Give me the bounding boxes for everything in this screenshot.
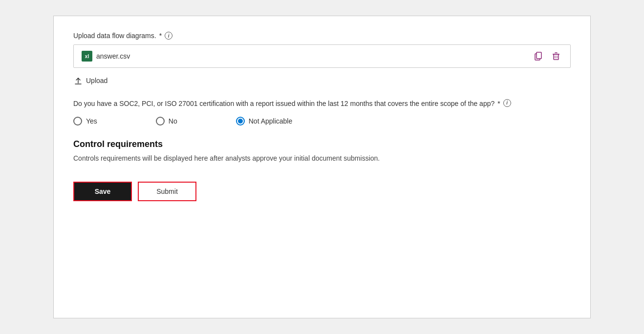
file-box: xl answer.csv — [73, 44, 571, 68]
control-requirements-title: Control requirements — [73, 139, 571, 149]
question-text: Do you have a SOC2, PCI, or ISO 27001 ce… — [73, 99, 494, 109]
upload-button[interactable]: Upload — [73, 74, 107, 87]
file-actions — [532, 51, 562, 62]
upload-arrow-icon — [73, 76, 83, 85]
upload-required-star: * — [159, 32, 162, 40]
question-info-icon[interactable]: i — [503, 99, 511, 107]
file-name-area: xl answer.csv — [82, 51, 130, 62]
radio-label-yes: Yes — [86, 117, 97, 125]
svg-rect-2 — [554, 54, 558, 60]
main-card: Upload data flow diagrams. * i xl answer… — [53, 16, 591, 318]
control-requirements-desc: Controls requirements will be displayed … — [73, 154, 571, 162]
upload-button-label: Upload — [86, 77, 107, 84]
page-container: Upload data flow diagrams. * i xl answer… — [0, 0, 644, 334]
control-requirements-section: Control requirements Controls requiremen… — [73, 139, 571, 162]
radio-label-not-applicable: Not Applicable — [249, 117, 293, 125]
radio-circle-yes — [73, 117, 82, 125]
svg-rect-1 — [537, 52, 541, 59]
file-name: answer.csv — [96, 52, 130, 60]
button-row: Save Submit — [73, 182, 571, 201]
delete-file-button[interactable] — [550, 51, 562, 62]
radio-option-not-applicable[interactable]: Not Applicable — [236, 117, 293, 125]
radio-circle-not-applicable — [236, 117, 245, 125]
radio-group: Yes No Not Applicable — [73, 117, 571, 125]
radio-label-no: No — [169, 117, 177, 125]
radio-option-yes[interactable]: Yes — [73, 117, 97, 125]
upload-label-text: Upload data flow diagrams. — [73, 32, 156, 40]
save-button[interactable]: Save — [73, 182, 132, 201]
upload-info-icon[interactable]: i — [165, 32, 172, 40]
upload-label-row: Upload data flow diagrams. * i — [73, 32, 571, 40]
submit-button[interactable]: Submit — [138, 182, 196, 201]
radio-option-no[interactable]: No — [156, 117, 177, 125]
copy-file-button[interactable] — [532, 51, 545, 62]
question-label-row: Do you have a SOC2, PCI, or ISO 27001 ce… — [73, 99, 571, 109]
question-required-star: * — [497, 99, 500, 109]
excel-icon: xl — [82, 51, 92, 62]
radio-circle-no — [156, 117, 165, 125]
